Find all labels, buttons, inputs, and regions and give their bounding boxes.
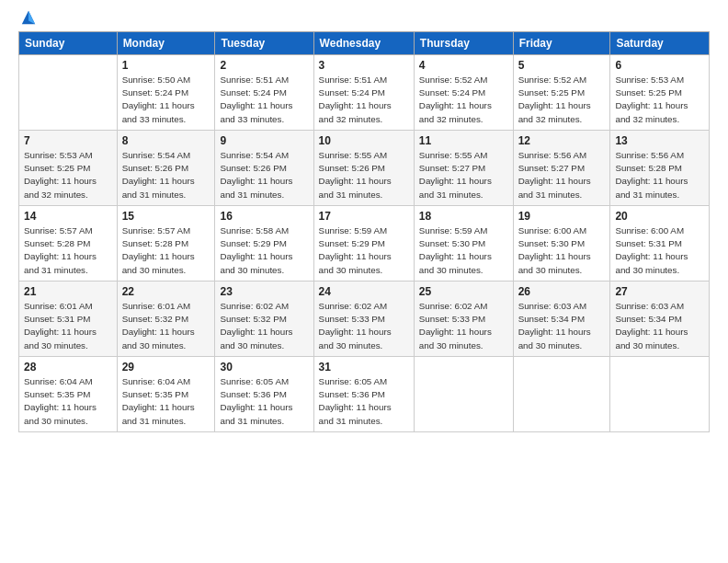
day-number: 11 bbox=[419, 134, 508, 147]
calendar-cell: 1Sunrise: 5:50 AM Sunset: 5:24 PM Daylig… bbox=[117, 55, 215, 131]
day-info: Sunrise: 5:59 AM Sunset: 5:30 PM Dayligh… bbox=[419, 224, 508, 277]
day-info: Sunrise: 6:00 AM Sunset: 5:30 PM Dayligh… bbox=[518, 224, 606, 277]
calendar-cell: 22Sunrise: 6:01 AM Sunset: 5:32 PM Dayli… bbox=[117, 282, 215, 357]
calendar-cell: 27Sunrise: 6:03 AM Sunset: 5:34 PM Dayli… bbox=[610, 282, 710, 357]
day-number: 12 bbox=[518, 134, 606, 147]
calendar-cell bbox=[513, 357, 610, 432]
day-info: Sunrise: 5:58 AM Sunset: 5:29 PM Dayligh… bbox=[220, 224, 308, 277]
calendar-cell: 30Sunrise: 6:05 AM Sunset: 5:36 PM Dayli… bbox=[215, 357, 313, 432]
calendar-cell: 9Sunrise: 5:54 AM Sunset: 5:26 PM Daylig… bbox=[215, 131, 313, 206]
day-info: Sunrise: 6:05 AM Sunset: 5:36 PM Dayligh… bbox=[220, 375, 308, 428]
week-row-3: 14Sunrise: 5:57 AM Sunset: 5:28 PM Dayli… bbox=[19, 206, 710, 282]
weekday-header-row: SundayMondayTuesdayWednesdayThursdayFrid… bbox=[19, 32, 710, 55]
day-number: 24 bbox=[319, 285, 409, 298]
day-number: 2 bbox=[220, 59, 308, 72]
day-number: 26 bbox=[518, 285, 606, 298]
day-number: 20 bbox=[615, 210, 704, 223]
calendar-table: SundayMondayTuesdayWednesdayThursdayFrid… bbox=[18, 31, 710, 432]
calendar-cell: 6Sunrise: 5:53 AM Sunset: 5:25 PM Daylig… bbox=[610, 55, 710, 131]
day-number: 18 bbox=[419, 210, 508, 223]
calendar-cell: 10Sunrise: 5:55 AM Sunset: 5:26 PM Dayli… bbox=[313, 131, 414, 206]
day-info: Sunrise: 5:59 AM Sunset: 5:29 PM Dayligh… bbox=[319, 224, 409, 277]
day-info: Sunrise: 5:56 AM Sunset: 5:28 PM Dayligh… bbox=[615, 149, 704, 201]
calendar-cell: 15Sunrise: 5:57 AM Sunset: 5:28 PM Dayli… bbox=[117, 206, 215, 282]
day-number: 6 bbox=[615, 59, 704, 72]
calendar-cell bbox=[610, 357, 710, 432]
calendar-cell: 20Sunrise: 6:00 AM Sunset: 5:31 PM Dayli… bbox=[610, 206, 710, 282]
logo-icon bbox=[20, 9, 37, 26]
calendar-cell: 11Sunrise: 5:55 AM Sunset: 5:27 PM Dayli… bbox=[414, 131, 513, 206]
calendar-cell: 19Sunrise: 6:00 AM Sunset: 5:30 PM Dayli… bbox=[513, 206, 610, 282]
day-info: Sunrise: 6:02 AM Sunset: 5:33 PM Dayligh… bbox=[319, 300, 409, 352]
calendar-cell: 18Sunrise: 5:59 AM Sunset: 5:30 PM Dayli… bbox=[414, 206, 513, 282]
day-info: Sunrise: 5:57 AM Sunset: 5:28 PM Dayligh… bbox=[24, 224, 112, 277]
day-number: 17 bbox=[319, 210, 409, 223]
calendar-cell: 29Sunrise: 6:04 AM Sunset: 5:35 PM Dayli… bbox=[117, 357, 215, 432]
header bbox=[18, 17, 710, 26]
day-number: 3 bbox=[319, 59, 409, 72]
day-info: Sunrise: 6:04 AM Sunset: 5:35 PM Dayligh… bbox=[24, 375, 112, 428]
page: SundayMondayTuesdayWednesdayThursdayFrid… bbox=[0, 0, 728, 563]
calendar-cell: 5Sunrise: 5:52 AM Sunset: 5:25 PM Daylig… bbox=[513, 55, 610, 131]
week-row-5: 28Sunrise: 6:04 AM Sunset: 5:35 PM Dayli… bbox=[19, 357, 710, 432]
day-number: 31 bbox=[319, 361, 409, 373]
week-row-2: 7Sunrise: 5:53 AM Sunset: 5:25 PM Daylig… bbox=[19, 131, 710, 206]
week-row-1: 1Sunrise: 5:50 AM Sunset: 5:24 PM Daylig… bbox=[19, 55, 710, 131]
calendar-cell: 13Sunrise: 5:56 AM Sunset: 5:28 PM Dayli… bbox=[610, 131, 710, 206]
weekday-saturday: Saturday bbox=[610, 32, 710, 55]
calendar-cell: 4Sunrise: 5:52 AM Sunset: 5:24 PM Daylig… bbox=[414, 55, 513, 131]
day-info: Sunrise: 5:51 AM Sunset: 5:24 PM Dayligh… bbox=[220, 74, 308, 126]
calendar-cell: 28Sunrise: 6:04 AM Sunset: 5:35 PM Dayli… bbox=[19, 357, 118, 432]
calendar-cell: 16Sunrise: 5:58 AM Sunset: 5:29 PM Dayli… bbox=[215, 206, 313, 282]
calendar-cell: 3Sunrise: 5:51 AM Sunset: 5:24 PM Daylig… bbox=[313, 55, 414, 131]
calendar-cell: 8Sunrise: 5:54 AM Sunset: 5:26 PM Daylig… bbox=[117, 131, 215, 206]
day-info: Sunrise: 5:50 AM Sunset: 5:24 PM Dayligh… bbox=[122, 74, 210, 126]
day-number: 22 bbox=[122, 285, 210, 298]
calendar-cell: 21Sunrise: 6:01 AM Sunset: 5:31 PM Dayli… bbox=[19, 282, 118, 357]
day-number: 28 bbox=[24, 361, 112, 373]
logo bbox=[18, 17, 37, 26]
day-number: 8 bbox=[122, 134, 210, 147]
day-number: 10 bbox=[319, 134, 409, 147]
day-info: Sunrise: 6:01 AM Sunset: 5:32 PM Dayligh… bbox=[122, 300, 210, 352]
calendar-cell: 23Sunrise: 6:02 AM Sunset: 5:32 PM Dayli… bbox=[215, 282, 313, 357]
day-info: Sunrise: 6:02 AM Sunset: 5:33 PM Dayligh… bbox=[419, 300, 508, 352]
calendar-cell: 25Sunrise: 6:02 AM Sunset: 5:33 PM Dayli… bbox=[414, 282, 513, 357]
calendar-cell bbox=[414, 357, 513, 432]
day-info: Sunrise: 6:00 AM Sunset: 5:31 PM Dayligh… bbox=[615, 224, 704, 277]
day-info: Sunrise: 5:56 AM Sunset: 5:27 PM Dayligh… bbox=[518, 149, 606, 201]
day-number: 15 bbox=[122, 210, 210, 223]
weekday-wednesday: Wednesday bbox=[313, 32, 414, 55]
day-number: 25 bbox=[419, 285, 508, 298]
day-info: Sunrise: 5:51 AM Sunset: 5:24 PM Dayligh… bbox=[319, 74, 409, 126]
day-info: Sunrise: 6:03 AM Sunset: 5:34 PM Dayligh… bbox=[518, 300, 606, 352]
day-info: Sunrise: 5:54 AM Sunset: 5:26 PM Dayligh… bbox=[220, 149, 308, 201]
calendar-cell: 17Sunrise: 5:59 AM Sunset: 5:29 PM Dayli… bbox=[313, 206, 414, 282]
day-number: 27 bbox=[615, 285, 704, 298]
day-info: Sunrise: 5:54 AM Sunset: 5:26 PM Dayligh… bbox=[122, 149, 210, 201]
week-row-4: 21Sunrise: 6:01 AM Sunset: 5:31 PM Dayli… bbox=[19, 282, 710, 357]
day-info: Sunrise: 5:55 AM Sunset: 5:27 PM Dayligh… bbox=[419, 149, 508, 201]
calendar-cell: 24Sunrise: 6:02 AM Sunset: 5:33 PM Dayli… bbox=[313, 282, 414, 357]
calendar-cell: 12Sunrise: 5:56 AM Sunset: 5:27 PM Dayli… bbox=[513, 131, 610, 206]
day-info: Sunrise: 6:05 AM Sunset: 5:36 PM Dayligh… bbox=[319, 375, 409, 428]
day-number: 21 bbox=[24, 285, 112, 298]
day-number: 9 bbox=[220, 134, 308, 147]
calendar-cell: 26Sunrise: 6:03 AM Sunset: 5:34 PM Dayli… bbox=[513, 282, 610, 357]
day-info: Sunrise: 5:57 AM Sunset: 5:28 PM Dayligh… bbox=[122, 224, 210, 277]
weekday-sunday: Sunday bbox=[19, 32, 118, 55]
day-info: Sunrise: 5:53 AM Sunset: 5:25 PM Dayligh… bbox=[615, 74, 704, 126]
calendar-cell: 31Sunrise: 6:05 AM Sunset: 5:36 PM Dayli… bbox=[313, 357, 414, 432]
day-info: Sunrise: 5:53 AM Sunset: 5:25 PM Dayligh… bbox=[24, 149, 112, 201]
day-number: 29 bbox=[122, 361, 210, 373]
weekday-monday: Monday bbox=[117, 32, 215, 55]
day-number: 19 bbox=[518, 210, 606, 223]
day-number: 16 bbox=[220, 210, 308, 223]
day-number: 13 bbox=[615, 134, 704, 147]
calendar-cell: 2Sunrise: 5:51 AM Sunset: 5:24 PM Daylig… bbox=[215, 55, 313, 131]
day-number: 23 bbox=[220, 285, 308, 298]
day-number: 30 bbox=[220, 361, 308, 373]
day-info: Sunrise: 6:02 AM Sunset: 5:32 PM Dayligh… bbox=[220, 300, 308, 352]
day-info: Sunrise: 5:55 AM Sunset: 5:26 PM Dayligh… bbox=[319, 149, 409, 201]
day-info: Sunrise: 6:03 AM Sunset: 5:34 PM Dayligh… bbox=[615, 300, 704, 352]
